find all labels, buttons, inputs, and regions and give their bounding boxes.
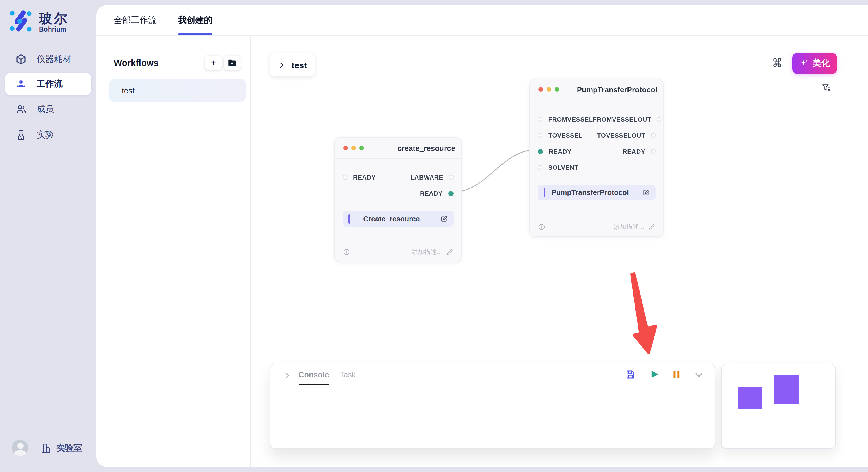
- node-footer: 添加描述...: [343, 247, 454, 257]
- edit-icon[interactable]: [440, 215, 448, 223]
- port-row: TOVESSEL TOVESSELOUT: [530, 127, 663, 143]
- port-row: READY: [335, 185, 461, 201]
- description-placeholder[interactable]: 添加描述...: [412, 247, 442, 256]
- node-title: create_resource: [398, 144, 461, 152]
- dot-yellow-icon: [547, 87, 551, 92]
- breadcrumb[interactable]: test: [270, 53, 315, 76]
- pause-button[interactable]: [672, 369, 681, 380]
- pause-icon: [672, 369, 681, 380]
- workflow-people-icon: [15, 78, 27, 90]
- sidebar-item-workflow[interactable]: 工作流: [5, 73, 91, 95]
- port-in-ready[interactable]: [538, 149, 543, 154]
- chevron-down-icon: [694, 370, 704, 379]
- sidebar-item-instruments[interactable]: 仪器耗材: [5, 48, 91, 71]
- port-label: READY: [623, 148, 645, 155]
- app-root: 玻尔 Bohrium 仪器耗材 工作流: [0, 0, 868, 472]
- dot-green-icon: [555, 87, 559, 92]
- dot-red-icon: [538, 87, 543, 92]
- port-in-ready[interactable]: [343, 175, 347, 179]
- minimap[interactable]: [721, 364, 836, 449]
- dot-yellow-icon: [351, 146, 356, 150]
- node-create-resource[interactable]: create_resource READY LABWARE READY: [334, 137, 462, 262]
- tab-label: 我创建的: [178, 14, 212, 26]
- minimap-node-create-resource: [738, 386, 762, 409]
- save-button[interactable]: [625, 369, 636, 380]
- sidebar-item-label: 实验: [37, 130, 54, 140]
- tab-all-workflows[interactable]: 全部工作流: [114, 5, 157, 35]
- port-out-ready[interactable]: [448, 191, 454, 196]
- folder-download-icon: [227, 58, 237, 68]
- bohrium-logo-icon: [8, 8, 33, 33]
- sidebar-footer: 实验室: [0, 439, 96, 457]
- filter-icon: [821, 82, 831, 93]
- import-workflow-button[interactable]: [224, 56, 241, 70]
- command-palette-button[interactable]: [772, 57, 783, 68]
- node-footer: 添加描述...: [538, 222, 656, 232]
- workspace-switcher[interactable]: 实验室: [41, 442, 82, 453]
- port-row: SOLVENT: [530, 160, 663, 175]
- filter-button[interactable]: [821, 82, 831, 93]
- action-accent-bar: [348, 214, 350, 224]
- add-workflow-button[interactable]: +: [205, 56, 222, 70]
- workflow-item-name: test: [122, 86, 135, 95]
- port-out-labware[interactable]: [449, 175, 454, 179]
- port-out-fromvesselout[interactable]: [657, 117, 662, 122]
- port-label: READY: [420, 190, 443, 197]
- edit-icon[interactable]: [642, 189, 650, 196]
- console-tab-task[interactable]: Task: [340, 370, 356, 379]
- sidebar-item-label: 工作流: [37, 78, 63, 90]
- action-label: Create_resource: [343, 215, 440, 223]
- avatar[interactable]: [12, 440, 28, 456]
- tab-created-by-me[interactable]: 我创建的: [178, 5, 212, 35]
- info-icon[interactable]: [538, 223, 546, 230]
- port-label: LABWARE: [410, 174, 443, 181]
- dot-green-icon: [360, 146, 364, 150]
- console-expand-chevron[interactable]: [283, 372, 291, 380]
- port-row: READY LABWARE: [335, 169, 461, 185]
- port-label: FROMVESSELOUT: [593, 116, 651, 123]
- brand-name-en: Bohrium: [39, 26, 69, 33]
- sidebar-item-label: 仪器耗材: [37, 54, 71, 65]
- node-action-button[interactable]: Create_resource: [343, 211, 454, 227]
- brand-name-zh: 玻尔: [39, 11, 69, 26]
- save-icon: [625, 369, 636, 380]
- sidebar-item-members[interactable]: 成员: [5, 98, 91, 121]
- description-placeholder[interactable]: 添加描述...: [614, 222, 644, 231]
- node-action-button[interactable]: PumpTransferProtocol: [538, 185, 656, 200]
- port-in-fromvessel[interactable]: [538, 117, 542, 122]
- sidebar-item-experiments[interactable]: 实验: [5, 124, 91, 146]
- action-accent-bar: [544, 188, 546, 197]
- traffic-dots: [538, 87, 559, 92]
- port-in-solvent[interactable]: [538, 165, 542, 170]
- test-tube-icon: [15, 129, 27, 141]
- console-panel: Console Task: [270, 364, 715, 449]
- port-row: FROMVESSEL FROMVESSELOUT: [530, 111, 663, 127]
- port-label: READY: [353, 174, 376, 181]
- port-out-ready[interactable]: [651, 149, 656, 154]
- node-header: PumpTransferProtocol: [530, 79, 663, 100]
- workflow-list-item-test[interactable]: test: [109, 79, 246, 102]
- pencil-icon[interactable]: [648, 223, 656, 230]
- console-tab-console[interactable]: Console: [299, 370, 329, 385]
- node-pump-transfer-protocol[interactable]: PumpTransferProtocol FROMVESSEL FROMVESS…: [529, 78, 663, 237]
- chevron-right-icon: [278, 61, 285, 69]
- run-button[interactable]: [649, 369, 659, 380]
- tab-label: 全部工作流: [114, 14, 157, 26]
- action-label: PumpTransferProtocol: [538, 189, 642, 196]
- command-icon: [772, 57, 783, 68]
- traffic-dots: [343, 146, 364, 150]
- beautify-button[interactable]: 美化: [792, 53, 837, 74]
- members-icon: [15, 103, 27, 115]
- pencil-icon[interactable]: [446, 248, 454, 256]
- beautify-label: 美化: [813, 58, 830, 69]
- info-icon[interactable]: [343, 248, 350, 256]
- minimap-node-pump-transfer-protocol: [774, 375, 799, 404]
- sidebar-item-label: 成员: [37, 104, 54, 115]
- node-header: create_resource: [335, 138, 461, 159]
- sidebar: 玻尔 Bohrium 仪器耗材 工作流: [0, 0, 96, 472]
- port-label: FROMVESSEL: [548, 116, 593, 123]
- collapse-button[interactable]: [694, 370, 704, 379]
- breadcrumb-label: test: [291, 60, 307, 70]
- port-in-tovessel[interactable]: [538, 133, 542, 138]
- port-out-tovesselout[interactable]: [651, 133, 656, 138]
